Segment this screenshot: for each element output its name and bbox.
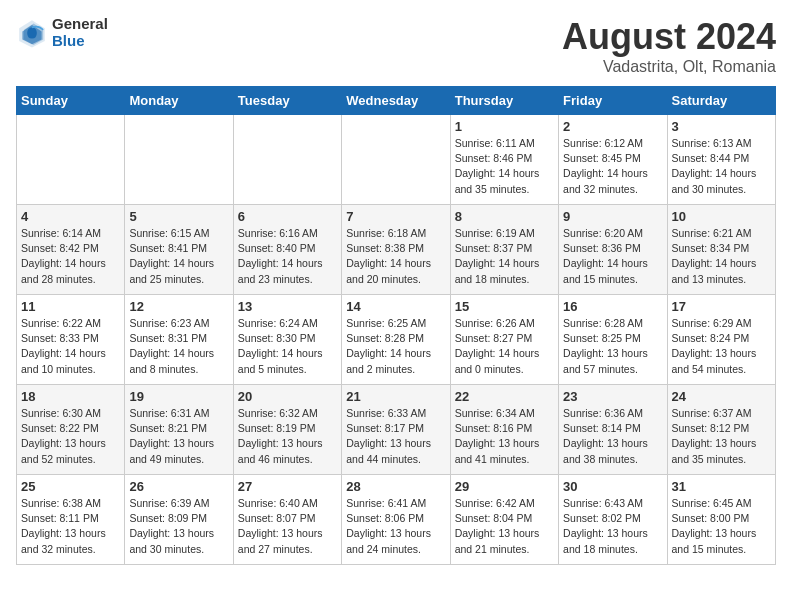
day-info: Sunrise: 6:20 AMSunset: 8:36 PMDaylight:… <box>563 226 662 287</box>
day-number: 1 <box>455 119 554 134</box>
day-info: Sunrise: 6:25 AMSunset: 8:28 PMDaylight:… <box>346 316 445 377</box>
calendar-cell: 9Sunrise: 6:20 AMSunset: 8:36 PMDaylight… <box>559 205 667 295</box>
month-title: August 2024 <box>562 16 776 58</box>
logo: General Blue <box>16 16 108 49</box>
day-info: Sunrise: 6:23 AMSunset: 8:31 PMDaylight:… <box>129 316 228 377</box>
day-info: Sunrise: 6:39 AMSunset: 8:09 PMDaylight:… <box>129 496 228 557</box>
day-number: 29 <box>455 479 554 494</box>
day-number: 6 <box>238 209 337 224</box>
day-number: 26 <box>129 479 228 494</box>
day-info: Sunrise: 6:12 AMSunset: 8:45 PMDaylight:… <box>563 136 662 197</box>
calendar-header-friday: Friday <box>559 87 667 115</box>
day-number: 25 <box>21 479 120 494</box>
day-number: 17 <box>672 299 771 314</box>
calendar-cell: 3Sunrise: 6:13 AMSunset: 8:44 PMDaylight… <box>667 115 775 205</box>
day-number: 30 <box>563 479 662 494</box>
day-info: Sunrise: 6:45 AMSunset: 8:00 PMDaylight:… <box>672 496 771 557</box>
day-info: Sunrise: 6:32 AMSunset: 8:19 PMDaylight:… <box>238 406 337 467</box>
day-number: 7 <box>346 209 445 224</box>
calendar-header-thursday: Thursday <box>450 87 558 115</box>
day-number: 8 <box>455 209 554 224</box>
header: General Blue August 2024 Vadastrita, Olt… <box>16 16 776 76</box>
calendar-week-row: 1Sunrise: 6:11 AMSunset: 8:46 PMDaylight… <box>17 115 776 205</box>
day-number: 18 <box>21 389 120 404</box>
calendar-cell: 22Sunrise: 6:34 AMSunset: 8:16 PMDayligh… <box>450 385 558 475</box>
day-info: Sunrise: 6:33 AMSunset: 8:17 PMDaylight:… <box>346 406 445 467</box>
calendar-cell: 19Sunrise: 6:31 AMSunset: 8:21 PMDayligh… <box>125 385 233 475</box>
day-info: Sunrise: 6:40 AMSunset: 8:07 PMDaylight:… <box>238 496 337 557</box>
day-number: 19 <box>129 389 228 404</box>
day-info: Sunrise: 6:29 AMSunset: 8:24 PMDaylight:… <box>672 316 771 377</box>
calendar-cell: 18Sunrise: 6:30 AMSunset: 8:22 PMDayligh… <box>17 385 125 475</box>
logo-text: General Blue <box>52 16 108 49</box>
calendar-cell: 26Sunrise: 6:39 AMSunset: 8:09 PMDayligh… <box>125 475 233 565</box>
calendar-cell: 31Sunrise: 6:45 AMSunset: 8:00 PMDayligh… <box>667 475 775 565</box>
calendar-cell: 5Sunrise: 6:15 AMSunset: 8:41 PMDaylight… <box>125 205 233 295</box>
calendar-cell: 15Sunrise: 6:26 AMSunset: 8:27 PMDayligh… <box>450 295 558 385</box>
day-info: Sunrise: 6:30 AMSunset: 8:22 PMDaylight:… <box>21 406 120 467</box>
day-number: 21 <box>346 389 445 404</box>
day-info: Sunrise: 6:36 AMSunset: 8:14 PMDaylight:… <box>563 406 662 467</box>
day-number: 16 <box>563 299 662 314</box>
calendar-cell: 29Sunrise: 6:42 AMSunset: 8:04 PMDayligh… <box>450 475 558 565</box>
calendar-cell: 23Sunrise: 6:36 AMSunset: 8:14 PMDayligh… <box>559 385 667 475</box>
title-area: August 2024 Vadastrita, Olt, Romania <box>562 16 776 76</box>
calendar-cell: 30Sunrise: 6:43 AMSunset: 8:02 PMDayligh… <box>559 475 667 565</box>
day-number: 22 <box>455 389 554 404</box>
calendar-cell: 6Sunrise: 6:16 AMSunset: 8:40 PMDaylight… <box>233 205 341 295</box>
calendar-cell: 16Sunrise: 6:28 AMSunset: 8:25 PMDayligh… <box>559 295 667 385</box>
day-number: 13 <box>238 299 337 314</box>
calendar-cell: 12Sunrise: 6:23 AMSunset: 8:31 PMDayligh… <box>125 295 233 385</box>
day-info: Sunrise: 6:21 AMSunset: 8:34 PMDaylight:… <box>672 226 771 287</box>
calendar-header-wednesday: Wednesday <box>342 87 450 115</box>
day-info: Sunrise: 6:41 AMSunset: 8:06 PMDaylight:… <box>346 496 445 557</box>
day-number: 23 <box>563 389 662 404</box>
calendar-week-row: 18Sunrise: 6:30 AMSunset: 8:22 PMDayligh… <box>17 385 776 475</box>
day-info: Sunrise: 6:28 AMSunset: 8:25 PMDaylight:… <box>563 316 662 377</box>
day-number: 31 <box>672 479 771 494</box>
day-info: Sunrise: 6:31 AMSunset: 8:21 PMDaylight:… <box>129 406 228 467</box>
calendar-header-sunday: Sunday <box>17 87 125 115</box>
day-number: 20 <box>238 389 337 404</box>
day-info: Sunrise: 6:19 AMSunset: 8:37 PMDaylight:… <box>455 226 554 287</box>
calendar-cell: 21Sunrise: 6:33 AMSunset: 8:17 PMDayligh… <box>342 385 450 475</box>
day-info: Sunrise: 6:13 AMSunset: 8:44 PMDaylight:… <box>672 136 771 197</box>
day-info: Sunrise: 6:11 AMSunset: 8:46 PMDaylight:… <box>455 136 554 197</box>
calendar-cell: 28Sunrise: 6:41 AMSunset: 8:06 PMDayligh… <box>342 475 450 565</box>
day-number: 11 <box>21 299 120 314</box>
calendar-header-row: SundayMondayTuesdayWednesdayThursdayFrid… <box>17 87 776 115</box>
day-number: 15 <box>455 299 554 314</box>
day-info: Sunrise: 6:15 AMSunset: 8:41 PMDaylight:… <box>129 226 228 287</box>
location-subtitle: Vadastrita, Olt, Romania <box>562 58 776 76</box>
calendar-cell: 8Sunrise: 6:19 AMSunset: 8:37 PMDaylight… <box>450 205 558 295</box>
day-info: Sunrise: 6:22 AMSunset: 8:33 PMDaylight:… <box>21 316 120 377</box>
day-info: Sunrise: 6:14 AMSunset: 8:42 PMDaylight:… <box>21 226 120 287</box>
calendar-week-row: 25Sunrise: 6:38 AMSunset: 8:11 PMDayligh… <box>17 475 776 565</box>
day-info: Sunrise: 6:37 AMSunset: 8:12 PMDaylight:… <box>672 406 771 467</box>
day-info: Sunrise: 6:24 AMSunset: 8:30 PMDaylight:… <box>238 316 337 377</box>
calendar-cell: 2Sunrise: 6:12 AMSunset: 8:45 PMDaylight… <box>559 115 667 205</box>
calendar-cell: 20Sunrise: 6:32 AMSunset: 8:19 PMDayligh… <box>233 385 341 475</box>
calendar-week-row: 4Sunrise: 6:14 AMSunset: 8:42 PMDaylight… <box>17 205 776 295</box>
calendar-cell: 13Sunrise: 6:24 AMSunset: 8:30 PMDayligh… <box>233 295 341 385</box>
day-info: Sunrise: 6:26 AMSunset: 8:27 PMDaylight:… <box>455 316 554 377</box>
calendar-table: SundayMondayTuesdayWednesdayThursdayFrid… <box>16 86 776 565</box>
calendar-cell <box>233 115 341 205</box>
day-number: 9 <box>563 209 662 224</box>
calendar-header-monday: Monday <box>125 87 233 115</box>
day-info: Sunrise: 6:34 AMSunset: 8:16 PMDaylight:… <box>455 406 554 467</box>
calendar-cell: 27Sunrise: 6:40 AMSunset: 8:07 PMDayligh… <box>233 475 341 565</box>
logo-blue: Blue <box>52 33 108 50</box>
calendar-cell: 1Sunrise: 6:11 AMSunset: 8:46 PMDaylight… <box>450 115 558 205</box>
day-number: 3 <box>672 119 771 134</box>
calendar-cell: 11Sunrise: 6:22 AMSunset: 8:33 PMDayligh… <box>17 295 125 385</box>
calendar-cell <box>17 115 125 205</box>
calendar-cell: 7Sunrise: 6:18 AMSunset: 8:38 PMDaylight… <box>342 205 450 295</box>
calendar-cell <box>125 115 233 205</box>
calendar-cell: 4Sunrise: 6:14 AMSunset: 8:42 PMDaylight… <box>17 205 125 295</box>
day-number: 28 <box>346 479 445 494</box>
calendar-cell: 25Sunrise: 6:38 AMSunset: 8:11 PMDayligh… <box>17 475 125 565</box>
day-number: 2 <box>563 119 662 134</box>
day-number: 14 <box>346 299 445 314</box>
calendar-cell: 10Sunrise: 6:21 AMSunset: 8:34 PMDayligh… <box>667 205 775 295</box>
